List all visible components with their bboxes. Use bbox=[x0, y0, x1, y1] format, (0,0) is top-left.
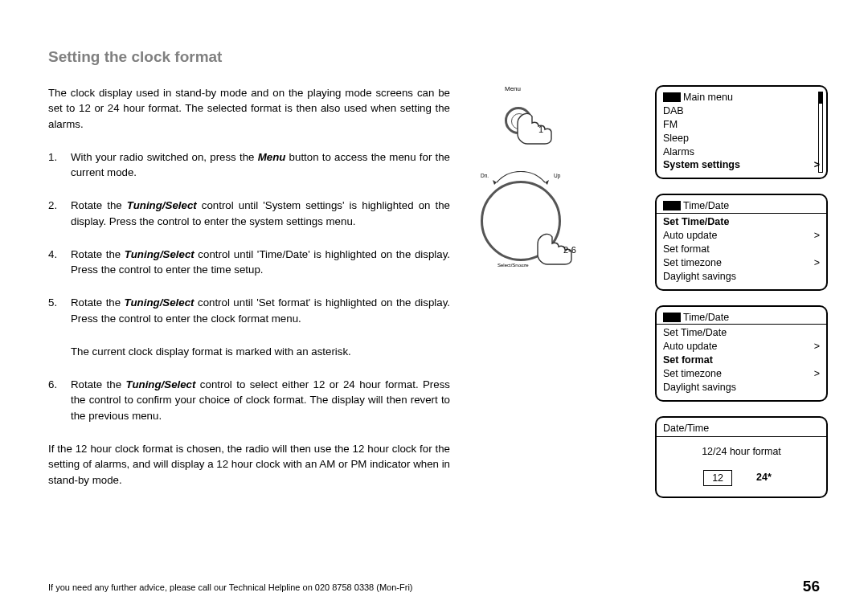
step-6: 6. Rotate the Tuning/Select control to s… bbox=[48, 377, 450, 423]
step-4: 4. Rotate the Tuning/Select control unti… bbox=[48, 247, 450, 278]
press-button-icon: 1 bbox=[489, 92, 569, 157]
step-number-1: 1 bbox=[538, 125, 543, 134]
footer-helpline: If you need any further advice, please c… bbox=[48, 582, 413, 592]
menu-label: Menu bbox=[432, 85, 593, 92]
hand-icon bbox=[511, 107, 559, 145]
step-number-2-6: 2-6 bbox=[563, 245, 576, 255]
step-5: 5. Rotate the Tuning/Select control unti… bbox=[48, 295, 450, 326]
screen-time-date-2: Time/Date Set Time/Date Auto update> Set… bbox=[655, 305, 828, 402]
screen-time-date-1: Time/Date Set Time/Date Auto update> Set… bbox=[655, 194, 828, 290]
select-snooze-label: Select/Snooze bbox=[497, 263, 529, 268]
body-text: The clock display used in stand-by mode … bbox=[48, 85, 450, 488]
intro-paragraph: The clock display used in stand-by mode … bbox=[48, 85, 450, 132]
note-text: The current clock display format is mark… bbox=[48, 344, 450, 359]
page-number: 56 bbox=[803, 578, 820, 595]
option-12: 12 bbox=[703, 470, 732, 487]
instruction-icons: Menu 1 Dn. Up bbox=[465, 85, 593, 277]
format-prompt: 12/24 hour format bbox=[663, 445, 820, 459]
rotate-dial-icon: Dn. Up 2-6 Select/Snooze bbox=[477, 173, 581, 277]
scrollbar bbox=[818, 92, 823, 173]
option-24: 24* bbox=[748, 470, 780, 487]
arrows-icon bbox=[481, 171, 561, 186]
step-2: 2. Rotate the Tuning/Select control unti… bbox=[48, 198, 450, 229]
trailing-paragraph: If the 12 hour clock format is chosen, t… bbox=[48, 441, 450, 488]
screen-main-menu: Main menu DAB FM Sleep Alarms System set… bbox=[655, 85, 828, 179]
screen-date-time-format: Date/Time 12/24 hour format 12 24* bbox=[655, 416, 828, 499]
step-1: 1. With your radio switched on, press th… bbox=[48, 149, 450, 181]
page-title: Setting the clock format bbox=[48, 48, 820, 66]
